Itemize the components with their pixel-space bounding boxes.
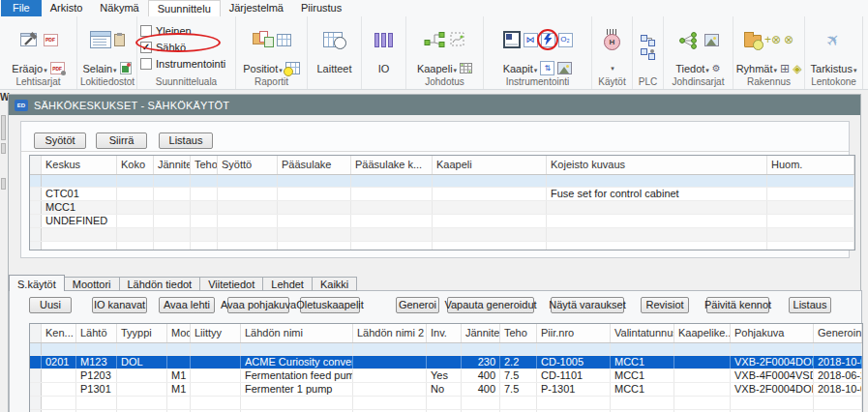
ribbon-tab-suunnittelu[interactable]: Suunnittelu [148,0,221,16]
checkbox-sahko[interactable]: ✓Sähkö [140,39,232,55]
pdf-report-icon[interactable]: PDF [44,34,58,46]
column-header-tyyppi[interactable]: Tyyppi [117,324,167,342]
column-header-lahto[interactable]: Lähtö [76,324,117,342]
cell[interactable]: DOL [117,356,167,368]
cell[interactable] [154,201,191,214]
ribbon-tab-piirustus[interactable]: Piirustus [292,0,350,16]
cell[interactable]: 400 [462,369,500,382]
column-header-keskus[interactable]: Keskus [42,156,117,174]
cell[interactable]: No [427,383,462,396]
avaa-pohjakuva-button[interactable]: Avaa pohjakuva [227,297,289,313]
column-header-kojeisto-kuvaus[interactable]: Kojeisto kuvaus [547,156,767,174]
cell[interactable] [117,397,167,409]
cell[interactable] [767,188,854,200]
cell[interactable]: CD-1005 [537,356,611,368]
cell[interactable] [547,215,767,227]
tab-kaikki[interactable]: Kaikki [313,277,357,291]
listaus-button[interactable]: Listaus [789,297,831,313]
cell[interactable]: 2.2 [500,356,537,368]
table-row[interactable]: UNDEFINED [30,215,854,228]
row-selector[interactable] [30,201,42,214]
cell[interactable]: 2018-10-08 [814,383,862,396]
column-header-teho[interactable]: Teho [191,156,218,174]
cell[interactable] [731,397,814,409]
column-header-lahdon-nimi-2[interactable]: Lähdön nimi 2 [353,324,427,342]
cable-grid-icon[interactable] [460,63,472,74]
valve-icon[interactable]: ⋈ [524,33,538,47]
cell[interactable] [154,215,191,227]
cable-route-icon[interactable] [450,32,465,47]
cell[interactable] [117,175,154,187]
grid-add-icon[interactable]: ⊞ [780,63,790,74]
cell[interactable]: Fermentation feed pump [241,369,353,382]
cell[interactable] [547,201,767,214]
position-reports-icon[interactable] [253,31,274,49]
electric-instrument-icon[interactable] [541,33,555,47]
generoi-button[interactable]: Generoi [396,297,439,313]
cell[interactable] [117,242,154,250]
cell[interactable] [278,242,351,250]
cell[interactable] [191,383,241,396]
cell[interactable]: 2018-06-21 [814,369,862,382]
cell[interactable] [547,242,767,250]
nayta-varaukset-button[interactable]: Näytä varaukset [551,297,624,313]
remove-group-icon[interactable]: ⊗ [784,34,793,45]
cell[interactable] [767,201,854,214]
cell[interactable] [674,369,731,382]
cell[interactable] [537,397,611,409]
cell[interactable] [154,242,191,250]
ryhmat-button[interactable]: Ryhmät▾ [736,63,777,74]
column-header-syotto[interactable]: Syöttö [218,156,278,174]
uusi-button[interactable]: Uusi [29,297,72,313]
cell[interactable]: UNDEFINED [42,215,117,227]
column-header-huom[interactable]: Huom. [767,156,854,174]
clipboard-paste-icon[interactable] [114,34,125,46]
ribbon-tab-file[interactable]: File [1,0,42,16]
cell[interactable] [154,228,191,241]
syotot-button[interactable]: Syötöt [34,132,86,149]
column-header-moo[interactable]: Moo... [167,324,191,342]
cell[interactable]: Fermenter 1 pump [241,383,353,396]
cell[interactable] [351,242,433,250]
browser-icon[interactable] [90,31,111,48]
cell[interactable] [218,242,278,250]
plc-diagram-icon[interactable] [641,35,655,46]
column-header-jannite[interactable]: Jännite [154,156,191,174]
filter-row[interactable] [30,343,862,356]
io-button[interactable]: IO [378,63,390,74]
cell[interactable] [427,356,462,368]
filter-row[interactable] [30,175,854,188]
paivita-kennot-button[interactable]: Päivitä kennot [706,297,769,313]
cell[interactable] [353,397,427,409]
cell[interactable] [767,228,854,241]
cell[interactable] [427,397,462,409]
cell[interactable]: M1 [167,383,191,396]
add-group-icon[interactable]: +⊗ [764,34,781,45]
column-header-teho[interactable]: Teho [500,324,537,342]
cell[interactable]: VXB-4F0004VSD [731,369,814,382]
cell[interactable] [218,201,278,214]
cell[interactable] [117,343,167,355]
table-row[interactable]: P1301M1Fermenter 1 pumpNo4007.5P-1301MCC… [30,383,862,397]
cell[interactable]: VXB-2F0004DOL [731,383,814,396]
cell[interactable] [191,242,218,250]
cell[interactable] [767,215,854,227]
cell[interactable] [42,397,76,409]
row-selector[interactable] [30,215,42,227]
cell[interactable] [117,188,154,200]
cell[interactable] [351,215,433,227]
drawing-image-icon[interactable] [557,62,572,74]
cell[interactable] [611,343,674,355]
cell[interactable] [117,201,154,214]
selain-button[interactable]: Selain▾ [82,63,116,74]
cell[interactable]: VXB-2F0004DOL [731,356,814,368]
cell[interactable] [674,383,731,396]
cell[interactable]: MCC1 [42,201,117,214]
checkbox-box[interactable] [140,25,152,37]
table-row[interactable] [30,242,854,250]
cell[interactable] [767,175,854,187]
tarkistus-button[interactable]: Tarkistus▾ [811,63,857,74]
cell[interactable] [547,228,767,241]
cell[interactable] [167,397,191,409]
table-highlight-icon[interactable] [285,62,300,74]
